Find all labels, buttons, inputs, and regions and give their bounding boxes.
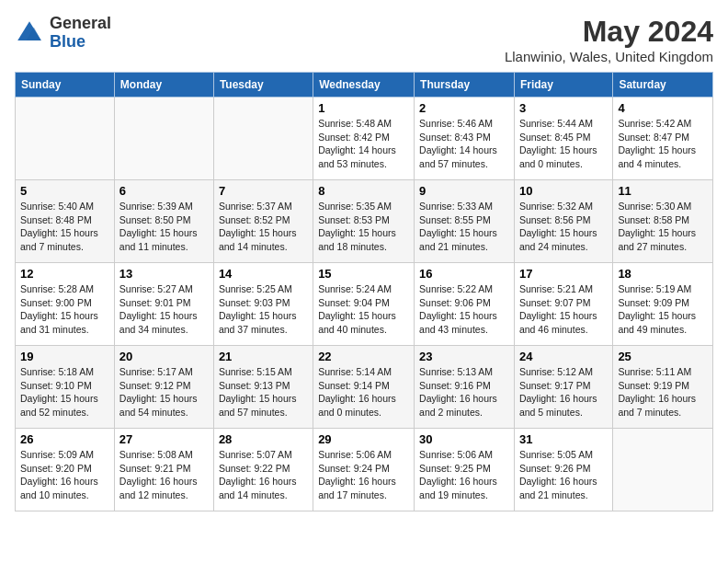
day-number: 27 xyxy=(119,432,209,446)
calendar-cell xyxy=(114,98,213,180)
weekday-header-saturday: Saturday xyxy=(613,73,713,98)
day-number: 12 xyxy=(20,267,109,281)
calendar-cell: 19Sunrise: 5:18 AMSunset: 9:10 PMDayligh… xyxy=(16,346,115,429)
weekday-header-monday: Monday xyxy=(114,73,213,98)
logo: General Blue xyxy=(15,15,111,52)
calendar-cell: 5Sunrise: 5:40 AMSunset: 8:48 PMDaylight… xyxy=(16,180,115,263)
calendar-cell: 27Sunrise: 5:08 AMSunset: 9:21 PMDayligh… xyxy=(114,429,213,511)
day-number: 14 xyxy=(219,267,308,281)
weekday-header-wednesday: Wednesday xyxy=(313,73,415,98)
day-info: Sunrise: 5:17 AMSunset: 9:12 PMDaylight:… xyxy=(119,365,209,419)
calendar-table: SundayMondayTuesdayWednesdayThursdayFrid… xyxy=(15,72,713,511)
day-number: 5 xyxy=(20,184,109,198)
month-year-title: May 2024 xyxy=(505,15,713,49)
day-info: Sunrise: 5:14 AMSunset: 9:14 PMDaylight:… xyxy=(318,365,409,419)
day-number: 15 xyxy=(318,267,409,281)
calendar-week-row: 1Sunrise: 5:48 AMSunset: 8:42 PMDaylight… xyxy=(16,98,713,180)
day-number: 3 xyxy=(519,101,608,115)
calendar-cell: 13Sunrise: 5:27 AMSunset: 9:01 PMDayligh… xyxy=(114,263,213,346)
weekday-header-thursday: Thursday xyxy=(415,73,515,98)
day-info: Sunrise: 5:30 AMSunset: 8:58 PMDaylight:… xyxy=(618,200,708,254)
calendar-cell: 16Sunrise: 5:22 AMSunset: 9:06 PMDayligh… xyxy=(415,263,515,346)
day-info: Sunrise: 5:35 AMSunset: 8:53 PMDaylight:… xyxy=(318,200,409,254)
calendar-cell: 28Sunrise: 5:07 AMSunset: 9:22 PMDayligh… xyxy=(213,429,313,511)
calendar-cell: 4Sunrise: 5:42 AMSunset: 8:47 PMDaylight… xyxy=(613,98,713,180)
calendar-cell: 7Sunrise: 5:37 AMSunset: 8:52 PMDaylight… xyxy=(213,180,313,263)
day-number: 10 xyxy=(519,184,608,198)
day-info: Sunrise: 5:06 AMSunset: 9:25 PMDaylight:… xyxy=(419,448,509,502)
day-number: 2 xyxy=(419,101,509,115)
day-info: Sunrise: 5:13 AMSunset: 9:16 PMDaylight:… xyxy=(419,365,509,419)
calendar-cell: 3Sunrise: 5:44 AMSunset: 8:45 PMDaylight… xyxy=(514,98,612,180)
day-number: 26 xyxy=(20,432,109,446)
day-number: 20 xyxy=(119,350,209,363)
day-number: 4 xyxy=(618,101,708,115)
day-info: Sunrise: 5:12 AMSunset: 9:17 PMDaylight:… xyxy=(519,365,608,419)
day-info: Sunrise: 5:44 AMSunset: 8:45 PMDaylight:… xyxy=(519,117,608,171)
day-number: 17 xyxy=(519,267,608,281)
day-number: 6 xyxy=(119,184,209,198)
day-number: 11 xyxy=(618,184,708,198)
day-number: 23 xyxy=(419,350,509,363)
day-info: Sunrise: 5:40 AMSunset: 8:48 PMDaylight:… xyxy=(20,200,109,254)
calendar-cell xyxy=(613,429,713,511)
day-info: Sunrise: 5:18 AMSunset: 9:10 PMDaylight:… xyxy=(20,365,109,419)
day-number: 28 xyxy=(219,432,308,446)
day-info: Sunrise: 5:39 AMSunset: 8:50 PMDaylight:… xyxy=(119,200,209,254)
calendar-cell: 30Sunrise: 5:06 AMSunset: 9:25 PMDayligh… xyxy=(415,429,515,511)
day-info: Sunrise: 5:42 AMSunset: 8:47 PMDaylight:… xyxy=(618,117,708,171)
calendar-cell: 20Sunrise: 5:17 AMSunset: 9:12 PMDayligh… xyxy=(114,346,213,429)
calendar-cell: 1Sunrise: 5:48 AMSunset: 8:42 PMDaylight… xyxy=(313,98,415,180)
day-number: 18 xyxy=(618,267,708,281)
day-number: 31 xyxy=(519,432,608,446)
day-number: 1 xyxy=(318,101,409,115)
day-number: 9 xyxy=(419,184,509,198)
day-number: 19 xyxy=(20,350,109,363)
weekday-header-row: SundayMondayTuesdayWednesdayThursdayFrid… xyxy=(16,73,713,98)
logo-icon xyxy=(15,18,44,48)
weekday-header-friday: Friday xyxy=(514,73,612,98)
calendar-cell: 31Sunrise: 5:05 AMSunset: 9:26 PMDayligh… xyxy=(514,429,612,511)
calendar-cell: 9Sunrise: 5:33 AMSunset: 8:55 PMDaylight… xyxy=(415,180,515,263)
calendar-cell: 17Sunrise: 5:21 AMSunset: 9:07 PMDayligh… xyxy=(514,263,612,346)
calendar-cell: 23Sunrise: 5:13 AMSunset: 9:16 PMDayligh… xyxy=(415,346,515,429)
day-number: 16 xyxy=(419,267,509,281)
day-number: 13 xyxy=(119,267,209,281)
calendar-cell xyxy=(16,98,115,180)
day-number: 8 xyxy=(318,184,409,198)
day-info: Sunrise: 5:06 AMSunset: 9:24 PMDaylight:… xyxy=(318,448,409,502)
day-info: Sunrise: 5:48 AMSunset: 8:42 PMDaylight:… xyxy=(318,117,409,171)
day-info: Sunrise: 5:37 AMSunset: 8:52 PMDaylight:… xyxy=(219,200,308,254)
calendar-cell: 14Sunrise: 5:25 AMSunset: 9:03 PMDayligh… xyxy=(213,263,313,346)
day-info: Sunrise: 5:19 AMSunset: 9:09 PMDaylight:… xyxy=(618,282,708,337)
day-info: Sunrise: 5:09 AMSunset: 9:20 PMDaylight:… xyxy=(20,448,109,502)
day-info: Sunrise: 5:28 AMSunset: 9:00 PMDaylight:… xyxy=(20,282,109,337)
calendar-cell: 8Sunrise: 5:35 AMSunset: 8:53 PMDaylight… xyxy=(313,180,415,263)
logo-text: General Blue xyxy=(50,15,111,52)
day-number: 22 xyxy=(318,350,409,363)
weekday-header-tuesday: Tuesday xyxy=(213,73,313,98)
day-info: Sunrise: 5:07 AMSunset: 9:22 PMDaylight:… xyxy=(219,448,308,502)
day-info: Sunrise: 5:05 AMSunset: 9:26 PMDaylight:… xyxy=(519,448,608,502)
day-info: Sunrise: 5:11 AMSunset: 9:19 PMDaylight:… xyxy=(618,365,708,419)
calendar-cell: 18Sunrise: 5:19 AMSunset: 9:09 PMDayligh… xyxy=(613,263,713,346)
calendar-week-row: 12Sunrise: 5:28 AMSunset: 9:00 PMDayligh… xyxy=(16,263,713,346)
calendar-week-row: 19Sunrise: 5:18 AMSunset: 9:10 PMDayligh… xyxy=(16,346,713,429)
day-number: 30 xyxy=(419,432,509,446)
calendar-cell: 22Sunrise: 5:14 AMSunset: 9:14 PMDayligh… xyxy=(313,346,415,429)
calendar-week-row: 5Sunrise: 5:40 AMSunset: 8:48 PMDaylight… xyxy=(16,180,713,263)
day-number: 25 xyxy=(618,350,708,363)
calendar-cell: 12Sunrise: 5:28 AMSunset: 9:00 PMDayligh… xyxy=(16,263,115,346)
day-info: Sunrise: 5:25 AMSunset: 9:03 PMDaylight:… xyxy=(219,282,308,337)
calendar-cell xyxy=(213,98,313,180)
day-info: Sunrise: 5:33 AMSunset: 8:55 PMDaylight:… xyxy=(419,200,509,254)
day-info: Sunrise: 5:27 AMSunset: 9:01 PMDaylight:… xyxy=(119,282,209,337)
title-block: May 2024 Llanwinio, Wales, United Kingdo… xyxy=(505,15,713,64)
day-number: 24 xyxy=(519,350,608,363)
calendar-cell: 21Sunrise: 5:15 AMSunset: 9:13 PMDayligh… xyxy=(213,346,313,429)
day-info: Sunrise: 5:46 AMSunset: 8:43 PMDaylight:… xyxy=(419,117,509,171)
day-info: Sunrise: 5:15 AMSunset: 9:13 PMDaylight:… xyxy=(219,365,308,419)
calendar-cell: 10Sunrise: 5:32 AMSunset: 8:56 PMDayligh… xyxy=(514,180,612,263)
page-header: General Blue May 2024 Llanwinio, Wales, … xyxy=(15,15,713,64)
location-title: Llanwinio, Wales, United Kingdom xyxy=(505,49,713,64)
